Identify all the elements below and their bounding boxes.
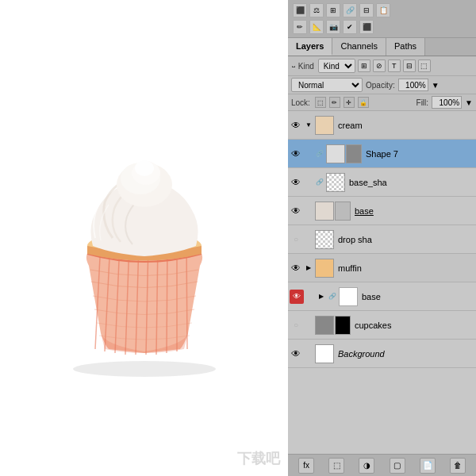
layer-item-shape7[interactable]: 👁 🔗 Shape 7	[288, 140, 476, 168]
tb-camera-icon[interactable]: 📷	[326, 20, 340, 34]
tb-arrange-icon[interactable]: ⬛	[293, 3, 307, 17]
eye-muffin-group[interactable]: 👁	[290, 262, 302, 274]
layer-name-base-sha: base_sha	[347, 178, 474, 187]
kind-label: ꟷ Kind	[291, 62, 314, 71]
filter-shape-icon[interactable]: ⊟	[403, 60, 416, 72]
layer-thumb-cupcakes-main	[315, 316, 334, 335]
chain-base-sha[interactable]: 🔗	[315, 178, 324, 187]
thumb-group-shape7	[326, 144, 362, 163]
layer-thumb-base-mask	[335, 202, 351, 221]
eye-cream-group[interactable]: 👁	[290, 119, 302, 132]
blend-mode-dropdown[interactable]: Normal Multiply Screen Overlay	[291, 78, 363, 92]
layer-thumb-shape7-mask	[346, 144, 362, 163]
tb-grid-icon[interactable]: ⊞	[326, 3, 340, 17]
cupcake-illustration	[25, 99, 263, 377]
layer-thumb-cupcakes-mask	[335, 316, 351, 335]
layers-list: 👁 ▼ cream 👁 🔗 Shape 7 👁	[288, 111, 476, 454]
layer-thumb-base-group	[339, 287, 358, 306]
eye-cupcakes[interactable]: ○	[290, 319, 302, 332]
chain-base-group[interactable]: 🔗	[328, 292, 337, 301]
lock-image-icon[interactable]: ✏	[329, 97, 340, 108]
layer-item-base-layer[interactable]: 👁 base	[288, 197, 476, 225]
add-mask-button[interactable]: ⬚	[328, 458, 344, 474]
eye-shape7[interactable]: 👁	[290, 148, 302, 160]
tb-ruler-icon[interactable]: 📐	[309, 20, 324, 34]
tb-square-icon[interactable]: ⬛	[359, 20, 374, 34]
new-group-button[interactable]: ▢	[390, 458, 405, 474]
layer-thumb-shape7-main	[326, 144, 345, 163]
tab-bar: Layers Channels Paths	[288, 38, 476, 56]
layers-panel: Layers Channels Paths ꟷ Kind Kind ⊞ ⊘ T …	[288, 38, 476, 476]
canvas-area: 下载吧	[0, 0, 288, 476]
filter-pixel-icon[interactable]: ⊞	[358, 60, 370, 72]
tab-paths[interactable]: Paths	[386, 38, 425, 56]
tb-copy-icon[interactable]: 📋	[376, 3, 390, 17]
new-layer-button[interactable]: 📄	[420, 458, 436, 474]
fill-label: Fill:	[416, 98, 429, 107]
tb-pen-icon[interactable]: ✏	[293, 20, 307, 34]
opacity-arrow[interactable]: ▼	[432, 81, 440, 90]
opacity-input[interactable]	[398, 79, 428, 91]
eye-base-group[interactable]: 👁	[290, 290, 304, 304]
lock-transparent-icon[interactable]: ⬚	[315, 97, 326, 108]
eye-base-layer[interactable]: 👁	[290, 205, 302, 217]
layer-name-base-layer: base	[352, 206, 474, 216]
lock-position-icon[interactable]: ✛	[344, 97, 355, 108]
layer-name-base-group: base	[359, 292, 474, 301]
filter-smart-icon[interactable]: ⬚	[418, 60, 431, 72]
right-panel: ⬛ ⚖ ⊞ 🔗 ⊟ 📋 ✏ 📐 📷 ✔ ⬛ Layers Channels Pa…	[288, 0, 476, 476]
fill-input[interactable]	[432, 96, 462, 109]
toolbar-row-2: ✏ 📐 📷 ✔ ⬛	[293, 20, 471, 34]
toolbar-row-1: ⬛ ⚖ ⊞ 🔗 ⊟ 📋	[293, 3, 471, 17]
group-arrow-cream[interactable]: ▼	[304, 121, 313, 130]
layer-thumb-base-layer	[315, 202, 334, 221]
lock-all-icon[interactable]: 🔒	[358, 97, 369, 108]
layer-item-cupcakes[interactable]: ○ cupcakes	[288, 311, 476, 340]
lock-label: Lock:	[291, 98, 310, 107]
lock-row: Lock: ⬚ ✏ ✛ 🔒 Fill: ▼	[288, 94, 476, 111]
layer-name-drop-sha: drop sha	[336, 235, 474, 244]
filter-adjust-icon[interactable]: ⊘	[373, 60, 386, 72]
chain-shape7[interactable]: 🔗	[315, 149, 324, 159]
tb-check-icon[interactable]: ✔	[343, 20, 357, 34]
layer-name-cupcakes: cupcakes	[352, 321, 474, 330]
layer-item-base-group[interactable]: 👁 ▶ 🔗 base	[288, 282, 476, 311]
layer-item-drop-sha[interactable]: ○ drop sha	[288, 225, 476, 254]
eye-base-sha[interactable]: 👁	[290, 176, 302, 189]
tb-table-icon[interactable]: ⊟	[359, 3, 374, 17]
group-arrow-muffin[interactable]: ▶	[304, 263, 313, 273]
layer-name-muffin-group: muffin	[336, 263, 474, 273]
layer-item-background[interactable]: 👁 Background	[288, 340, 476, 368]
eye-drop-sha[interactable]: ○	[290, 233, 302, 246]
svg-point-5	[135, 160, 154, 176]
layer-thumb-background	[315, 344, 334, 363]
blend-row: Normal Multiply Screen Overlay Opacity: …	[288, 76, 476, 94]
group-arrow-base[interactable]: ▶	[317, 292, 326, 301]
layer-name-cream-group: cream	[336, 121, 474, 130]
tab-channels[interactable]: Channels	[332, 38, 386, 56]
add-style-button[interactable]: fx	[298, 458, 314, 474]
layer-name-shape7: Shape 7	[363, 149, 474, 159]
kind-dropdown[interactable]: Kind	[318, 59, 355, 73]
fill-arrow[interactable]: ▼	[465, 98, 473, 107]
opacity-label: Opacity:	[366, 81, 395, 90]
watermark: 下载吧	[237, 449, 280, 468]
layer-item-muffin-group[interactable]: 👁 ▶ muffin	[288, 254, 476, 282]
layer-thumb-cream-group	[315, 116, 334, 135]
toolbar-top: ⬛ ⚖ ⊞ 🔗 ⊟ 📋 ✏ 📐 📷 ✔ ⬛	[288, 0, 476, 38]
svg-point-0	[73, 361, 216, 377]
layer-name-background: Background	[336, 349, 474, 359]
filter-text-icon[interactable]: T	[388, 60, 401, 72]
kind-row: ꟷ Kind Kind ⊞ ⊘ T ⊟ ⬚	[288, 56, 476, 76]
layer-item-cream-group[interactable]: 👁 ▼ cream	[288, 111, 476, 140]
layer-item-base-sha[interactable]: 👁 🔗 base_sha	[288, 168, 476, 197]
tab-layers[interactable]: Layers	[288, 38, 332, 56]
eye-background[interactable]: 👁	[290, 347, 302, 360]
layer-thumb-base-sha	[326, 173, 345, 192]
bottom-toolbar: fx ⬚ ◑ ▢ 📄 🗑	[288, 454, 476, 476]
delete-layer-button[interactable]: 🗑	[450, 458, 466, 474]
layer-thumb-muffin-group	[315, 259, 334, 278]
new-adjustment-button[interactable]: ◑	[359, 458, 374, 474]
tb-link-icon[interactable]: 🔗	[343, 3, 357, 17]
tb-balance-icon[interactable]: ⚖	[309, 3, 324, 17]
